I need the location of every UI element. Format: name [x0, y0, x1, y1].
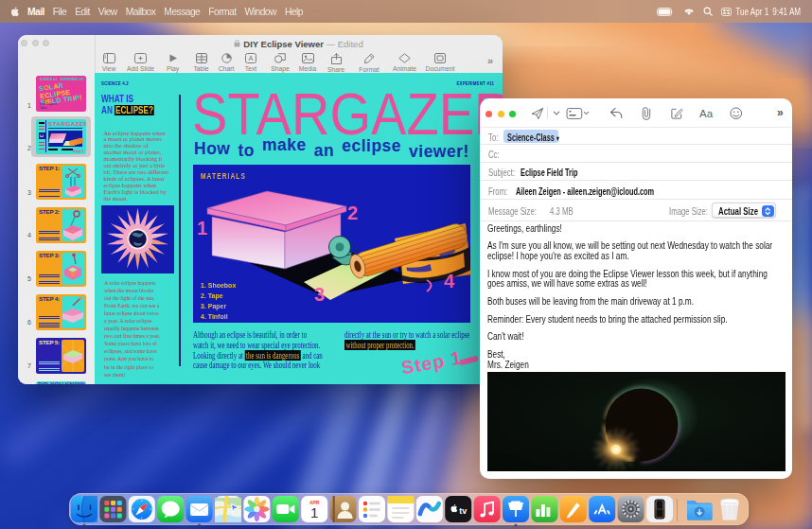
svg-text:tv: tv: [459, 505, 467, 515]
svg-text:1: 1: [310, 504, 318, 520]
svg-text:A: A: [248, 54, 253, 62]
